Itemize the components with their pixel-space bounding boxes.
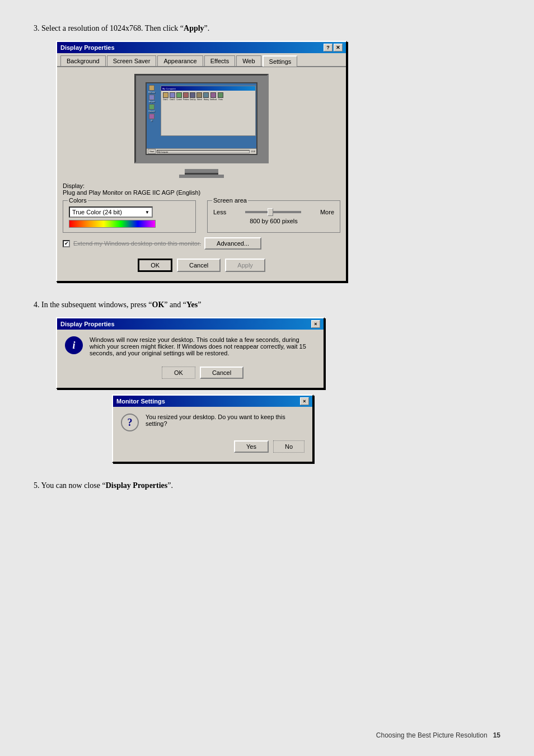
- extend-checkbox-label: Extend my Windows desktop onto this moni…: [73, 240, 201, 247]
- no-button[interactable]: No: [273, 440, 305, 453]
- confirm-body: i Windows will now resize your desktop. …: [57, 330, 324, 388]
- tab-web[interactable]: Web: [236, 55, 261, 66]
- color-bar: [69, 220, 156, 228]
- tab-effects[interactable]: Effects: [204, 55, 235, 66]
- monitor-settings-titlebar: Monitor Settings ×: [113, 396, 312, 407]
- monitor-settings-message: You resized your desktop. Do you want to…: [146, 414, 305, 427]
- dialog-title: Display Properties: [60, 44, 115, 51]
- dialog-body: MyComp Recycle: [57, 67, 346, 281]
- dialog-titlebar: Display Properties ? ✕: [57, 42, 346, 53]
- slider-row: Less More: [213, 209, 334, 215]
- extend-checkbox-row: ✔ Extend my Windows desktop onto this mo…: [63, 237, 340, 250]
- yes-button[interactable]: Yes: [234, 440, 269, 453]
- question-icon: ?: [121, 414, 139, 431]
- settings-row: Colors True Color (24 bit) ▼ Screen area: [63, 200, 340, 233]
- tab-settings[interactable]: Settings: [263, 55, 298, 67]
- monitor-settings-close-button[interactable]: ×: [300, 397, 309, 405]
- screen-area-group: Screen area Less More 800 by 600 pixels: [207, 200, 340, 233]
- tab-appearance[interactable]: Appearance: [157, 55, 203, 66]
- confirm-message: Windows will now resize your desktop. Th…: [90, 336, 316, 356]
- info-icon: i: [65, 336, 83, 354]
- dropdown-arrow-icon: ▼: [145, 210, 149, 215]
- display-properties-dialog: Display Properties ? ✕ Background Screen…: [56, 41, 347, 282]
- monitor-preview: MyComp Recycle: [134, 74, 269, 163]
- page-number: 15: [493, 731, 500, 739]
- colors-dropdown[interactable]: True Color (24 bit) ▼: [69, 206, 153, 218]
- help-button[interactable]: ?: [324, 44, 332, 51]
- screen-taskbar: Start My Computer 12:00: [147, 148, 256, 154]
- resolution-text: 800 by 600 pixels: [213, 218, 334, 224]
- monitor-stand: [179, 175, 224, 178]
- confirm-titlebar: Display Properties ×: [57, 318, 324, 330]
- monitor-settings-title: Monitor Settings: [116, 398, 165, 405]
- extend-checkbox[interactable]: ✔: [63, 240, 70, 247]
- display-info: Display: Plug and Play Monitor on RAGE I…: [63, 182, 340, 196]
- ok-button[interactable]: OK: [138, 259, 172, 272]
- tab-background[interactable]: Background: [60, 55, 106, 66]
- titlebar-buttons: ? ✕: [324, 44, 343, 51]
- confirm-close-button[interactable]: ×: [311, 320, 320, 328]
- monitor-settings-button-row: Yes No: [146, 436, 305, 455]
- tab-screensaver[interactable]: Screen Saver: [107, 55, 157, 66]
- step3-text: 3. Select a resolution of 1024x768. Then…: [34, 22, 448, 34]
- footer: Choosing the Best Picture Resolution 15: [376, 731, 500, 739]
- colors-group: Colors True Color (24 bit) ▼: [63, 200, 196, 233]
- step5-text: 5. You can now close “Display Properties…: [34, 480, 448, 491]
- display-properties-confirm-dialog: Display Properties × i Windows will now …: [56, 317, 325, 389]
- advanced-button[interactable]: Advanced...: [204, 237, 261, 250]
- dialog-button-row: OK Cancel Apply: [63, 254, 340, 274]
- step4-text: 4. In the subsequent windows, press “OK”…: [34, 299, 448, 311]
- confirm-title: Display Properties: [60, 321, 115, 327]
- dialog-tabs: Background Screen Saver Appearance Effec…: [57, 53, 346, 67]
- monitor-screen: MyComp Recycle: [146, 82, 257, 155]
- close-button[interactable]: ✕: [334, 44, 343, 51]
- monitor-settings-body: ? You resized your desktop. Do you want …: [113, 407, 312, 462]
- resolution-slider[interactable]: [245, 211, 301, 213]
- cancel-button[interactable]: Cancel: [177, 259, 221, 272]
- confirm-button-row: OK Cancel: [90, 362, 316, 381]
- apply-button[interactable]: Apply: [225, 259, 265, 272]
- confirm-cancel-button[interactable]: Cancel: [200, 367, 243, 379]
- monitor-settings-dialog: Monitor Settings × ? You resized your de…: [112, 395, 313, 463]
- monitor-base: [185, 169, 218, 175]
- confirm-ok-button[interactable]: OK: [162, 367, 195, 379]
